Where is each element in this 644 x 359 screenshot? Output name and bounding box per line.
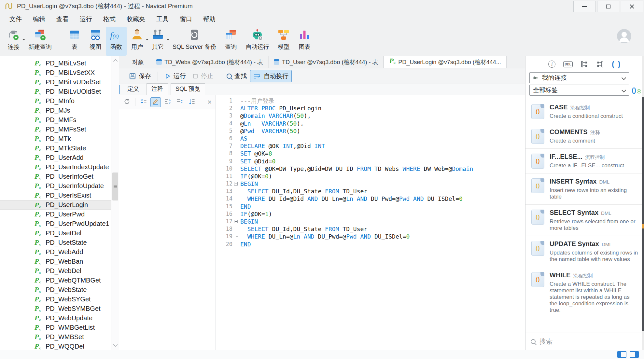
menu-item-run[interactable]: 运行 — [74, 12, 98, 26]
fold-gutter[interactable] — [232, 218, 240, 225]
toggle-right-pane-icon[interactable] — [630, 351, 639, 358]
snippet-item[interactable]: ()WHILE流程控制Create a WHILE construct. The… — [525, 267, 642, 318]
procedure-item[interactable]: PPD_MMFsSet — [0, 125, 119, 134]
procedure-item[interactable]: PPD_MBiLvUDefSet — [0, 77, 119, 87]
find-button[interactable]: 查找 — [223, 70, 250, 82]
menu-item-tools[interactable]: 工具 — [151, 12, 174, 26]
snippet-item[interactable]: ()SELECT SyntaxDMLRetrieve rows selected… — [525, 205, 642, 236]
editor-subtab-3[interactable]: SQL 预览 — [171, 83, 205, 95]
maximize-button[interactable] — [597, 1, 619, 12]
editor-subtab-1[interactable]: 定义 — [122, 83, 144, 95]
procedure-item[interactable]: PPD_UserAdd — [0, 153, 119, 162]
menu-item-format[interactable]: 格式 — [98, 12, 121, 26]
snippet-item[interactable]: ()COMMENTS注释Create a comment — [525, 124, 642, 149]
scroll-up-icon[interactable] — [111, 57, 119, 64]
word-wrap-button[interactable]: 自动换行 — [250, 70, 292, 82]
goto-line-button[interactable] — [187, 97, 197, 107]
sidebar-scrollbar-thumb[interactable] — [112, 173, 118, 200]
document-tab-1[interactable]: 对象 — [125, 56, 151, 68]
toolbar-button-connection[interactable]: 连接 — [3, 27, 24, 56]
snippet-item[interactable]: ()CASE流程控制Create a conditional construct — [525, 99, 642, 124]
toolbar-button-chart[interactable]: 图表 — [294, 27, 315, 56]
procedure-item[interactable]: PPD_WebSYGet — [0, 295, 119, 304]
toolbar-button-user[interactable]: 用户 — [127, 27, 147, 56]
fold-gutter[interactable] — [232, 180, 240, 187]
code-snippet-icon[interactable]: ( ) — [612, 60, 621, 69]
menu-item-window[interactable]: 窗口 — [174, 12, 198, 26]
procedure-item[interactable]: PPD_WebBan — [0, 257, 119, 266]
tag-filter-select[interactable]: 全部标签 — [529, 85, 629, 96]
expand-lines-button[interactable] — [162, 97, 173, 107]
procedure-item[interactable]: PPD_WMBGetList — [0, 323, 119, 332]
dependency-structure-icon[interactable] — [596, 61, 604, 68]
procedure-item[interactable]: PPD_WebState — [0, 285, 119, 295]
procedure-item[interactable]: PPD_MTk — [0, 134, 119, 144]
procedure-item[interactable]: PPD_MBiLvSetXX — [0, 68, 119, 77]
save-button[interactable]: 保存 — [126, 70, 154, 82]
procedure-item[interactable]: PPD_MBiLvUOldSet — [0, 87, 119, 96]
snippet-scrollbar-thumb[interactable] — [642, 97, 644, 331]
menu-item-edit[interactable]: 编辑 — [27, 12, 51, 26]
toggle-left-pane-icon[interactable] — [617, 351, 626, 358]
menu-item-favorites[interactable]: 收藏夹 — [121, 12, 151, 26]
document-tab-4[interactable]: PPD_UserLogin @v7sq3.dbo (检材444... — [384, 56, 506, 68]
procedure-item[interactable]: PPD_UserInfoGet — [0, 172, 119, 181]
procedure-item[interactable]: PPD_WebQTMBGet — [0, 276, 119, 285]
toolbar-button-new-query[interactable]: 新建查询 — [24, 27, 56, 56]
procedure-item[interactable]: PPD_UserLogin — [0, 200, 119, 210]
user-avatar[interactable] — [617, 29, 632, 44]
close-pane-icon[interactable]: × — [207, 99, 212, 106]
snippet-item[interactable]: ()INSERT SyntaxDMLInsert new rows into a… — [525, 173, 642, 205]
procedure-item[interactable]: PPD_MInfo — [0, 96, 119, 106]
menu-item-help[interactable]: 帮助 — [198, 12, 221, 26]
toolbar-button-other[interactable]: 其它 — [147, 27, 168, 56]
snippet-search-input[interactable]: 搜索 — [525, 333, 642, 350]
toolbar-button-table[interactable]: 表 — [64, 27, 85, 56]
procedure-item[interactable]: PPD_MTkState — [0, 144, 119, 153]
toolbar-button-view[interactable]: 视图 — [85, 27, 106, 56]
scroll-down-icon[interactable] — [111, 341, 119, 349]
snippet-scrollbar[interactable] — [642, 56, 644, 350]
menu-item-view[interactable]: 查看 — [51, 12, 74, 26]
toolbar-button-function[interactable]: f(x)函数 — [106, 27, 127, 56]
procedure-item[interactable]: PPD_UserPwd — [0, 210, 119, 219]
document-tab-3[interactable]: TD_User @v7sq3.dbo (检材444) - 表 — [269, 56, 384, 68]
procedure-item[interactable]: PPD_MJs — [0, 106, 119, 115]
procedure-item[interactable]: PPD_UserPwdUpdate1 — [0, 219, 119, 228]
procedure-item[interactable]: PPD_WebAdd — [0, 247, 119, 257]
procedure-item[interactable]: PPD_WMBSet — [0, 332, 119, 342]
procedure-item[interactable]: PPD_UserInfoUpdate — [0, 181, 119, 191]
procedure-item[interactable]: PPD_MBiLvSet — [0, 59, 119, 68]
toolbar-button-backup[interactable]: SQL Server 备份 — [168, 27, 220, 56]
editor-subtab-2[interactable]: 注释 — [147, 83, 168, 95]
toolbar-button-automation[interactable]: 自动运行 — [241, 27, 273, 56]
collapse-lines-button[interactable] — [175, 97, 185, 107]
object-information-icon[interactable]: i — [548, 61, 555, 68]
procedure-item[interactable]: PPD_WebDel — [0, 266, 119, 276]
run-button[interactable]: 运行 — [161, 70, 189, 82]
snippet-item[interactable]: ()IF...ELSE...流程控制Create a IF...ELSE... … — [525, 149, 642, 173]
toolbar-button-model[interactable]: 模型 — [273, 27, 294, 56]
sql-editor[interactable]: 1---用户登录2ALTER PROC PD_UserLogin3@Domain… — [216, 95, 525, 350]
snippet-item[interactable]: ()UPDATE SyntaxDMLUpdates columns of exi… — [525, 236, 642, 267]
menu-item-file[interactable]: 文件 — [4, 12, 27, 26]
outline-list-button[interactable] — [138, 97, 149, 107]
new-snippet-button[interactable]: ()+ — [632, 86, 643, 94]
procedure-item[interactable]: PPD_UsetDel — [0, 228, 119, 238]
toolbar-button-query[interactable]: 查询 — [220, 27, 241, 56]
procedure-item[interactable]: PPD_UserIndexUpdate — [0, 162, 119, 172]
ddl-icon[interactable]: DDL — [563, 61, 573, 67]
refresh-button[interactable] — [122, 97, 132, 107]
procedure-item[interactable]: PPD_WebUpdate — [0, 313, 119, 323]
member-structure-icon[interactable] — [581, 61, 588, 68]
procedure-item[interactable]: PPD_MMFs — [0, 115, 119, 125]
procedure-item[interactable]: PPD_WQQDel — [0, 342, 119, 350]
minimize-button[interactable] — [573, 1, 595, 12]
close-button[interactable] — [621, 1, 643, 12]
connection-select[interactable]: 我的连接 — [529, 72, 629, 83]
procedure-item[interactable]: PPD_UserIsExist — [0, 191, 119, 200]
edit-pencil-button[interactable] — [150, 97, 161, 107]
procedure-item[interactable]: PPD_WebSYMBGet — [0, 304, 119, 313]
document-tab-2[interactable]: TD_Webs @v7sq3.dbo (检材444) - 表 — [151, 56, 269, 68]
procedure-item[interactable]: PPD_UsetState — [0, 238, 119, 247]
